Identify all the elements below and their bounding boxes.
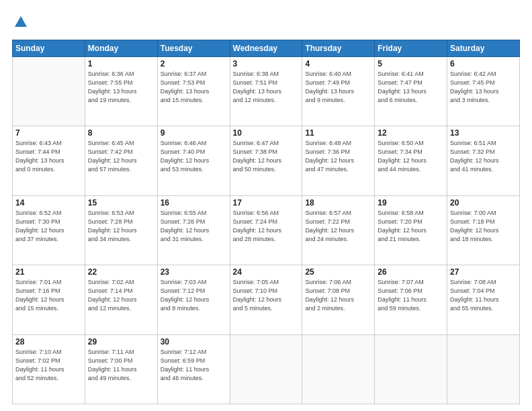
calendar-day-cell: 29Sunrise: 7:11 AM Sunset: 7:00 PM Dayli… <box>85 334 157 404</box>
calendar-day-cell: 22Sunrise: 7:02 AM Sunset: 7:14 PM Dayli… <box>85 265 157 334</box>
day-info: Sunrise: 6:56 AM Sunset: 7:24 PM Dayligh… <box>233 209 300 244</box>
day-info: Sunrise: 6:40 AM Sunset: 7:49 PM Dayligh… <box>305 70 371 105</box>
logo-icon <box>13 15 28 30</box>
day-info: Sunrise: 6:48 AM Sunset: 7:36 PM Dayligh… <box>305 139 371 174</box>
calendar-day-cell: 3Sunrise: 6:38 AM Sunset: 7:51 PM Daylig… <box>230 56 302 126</box>
weekday-cell: Sunday <box>13 40 85 56</box>
day-info: Sunrise: 6:38 AM Sunset: 7:51 PM Dayligh… <box>233 70 300 105</box>
day-info: Sunrise: 6:37 AM Sunset: 7:53 PM Dayligh… <box>161 70 227 105</box>
day-number: 7 <box>15 128 82 138</box>
calendar-day-cell: 6Sunrise: 6:42 AM Sunset: 7:45 PM Daylig… <box>447 56 520 126</box>
calendar-day-cell: 26Sunrise: 7:07 AM Sunset: 7:06 PM Dayli… <box>375 265 447 334</box>
day-info: Sunrise: 6:46 AM Sunset: 7:40 PM Dayligh… <box>161 139 227 174</box>
day-number: 13 <box>450 128 517 138</box>
calendar-week-row: 7Sunrise: 6:43 AM Sunset: 7:44 PM Daylig… <box>13 126 520 195</box>
day-number: 26 <box>378 267 444 277</box>
calendar-day-cell: 30Sunrise: 7:12 AM Sunset: 6:59 PM Dayli… <box>157 334 230 404</box>
day-number: 25 <box>305 267 371 277</box>
page: SundayMondayTuesdayWednesdayThursdayFrid… <box>0 0 532 411</box>
day-number: 16 <box>161 198 227 208</box>
day-info: Sunrise: 7:06 AM Sunset: 7:08 PM Dayligh… <box>305 278 371 313</box>
day-info: Sunrise: 7:11 AM Sunset: 7:00 PM Dayligh… <box>88 348 154 383</box>
day-info: Sunrise: 6:42 AM Sunset: 7:45 PM Dayligh… <box>450 70 517 105</box>
day-info: Sunrise: 6:45 AM Sunset: 7:42 PM Dayligh… <box>88 139 154 174</box>
calendar-body: 1Sunrise: 6:36 AM Sunset: 7:55 PM Daylig… <box>13 56 520 404</box>
calendar-day-cell: 18Sunrise: 6:57 AM Sunset: 7:22 PM Dayli… <box>302 195 375 265</box>
calendar-day-cell: 25Sunrise: 7:06 AM Sunset: 7:08 PM Dayli… <box>302 265 375 334</box>
calendar-day-cell <box>447 334 520 404</box>
weekday-cell: Thursday <box>302 40 375 56</box>
calendar-day-cell: 10Sunrise: 6:47 AM Sunset: 7:38 PM Dayli… <box>230 126 302 195</box>
day-number: 10 <box>233 128 300 138</box>
day-number: 2 <box>161 59 227 68</box>
calendar-day-cell: 20Sunrise: 7:00 AM Sunset: 7:18 PM Dayli… <box>447 195 520 265</box>
calendar-week-row: 14Sunrise: 6:52 AM Sunset: 7:30 PM Dayli… <box>13 195 520 265</box>
day-info: Sunrise: 6:55 AM Sunset: 7:26 PM Dayligh… <box>161 209 227 244</box>
calendar-week-row: 28Sunrise: 7:10 AM Sunset: 7:02 PM Dayli… <box>13 334 520 404</box>
day-info: Sunrise: 6:51 AM Sunset: 7:32 PM Dayligh… <box>450 139 517 174</box>
day-number: 22 <box>88 267 154 277</box>
day-number: 23 <box>161 267 227 277</box>
calendar-day-cell: 23Sunrise: 7:03 AM Sunset: 7:12 PM Dayli… <box>157 265 230 334</box>
weekday-cell: Wednesday <box>230 40 302 56</box>
calendar-day-cell: 9Sunrise: 6:46 AM Sunset: 7:40 PM Daylig… <box>157 126 230 195</box>
weekday-cell: Monday <box>85 40 157 56</box>
day-info: Sunrise: 6:53 AM Sunset: 7:28 PM Dayligh… <box>88 209 154 244</box>
calendar-table: SundayMondayTuesdayWednesdayThursdayFrid… <box>12 40 520 404</box>
day-info: Sunrise: 7:05 AM Sunset: 7:10 PM Dayligh… <box>233 278 300 313</box>
day-info: Sunrise: 6:52 AM Sunset: 7:30 PM Dayligh… <box>15 209 82 244</box>
calendar-day-cell: 14Sunrise: 6:52 AM Sunset: 7:30 PM Dayli… <box>13 195 85 265</box>
day-info: Sunrise: 7:01 AM Sunset: 7:16 PM Dayligh… <box>15 278 82 313</box>
day-number: 21 <box>15 267 82 277</box>
day-info: Sunrise: 7:07 AM Sunset: 7:06 PM Dayligh… <box>378 278 444 313</box>
weekday-cell: Tuesday <box>157 40 230 56</box>
day-number: 11 <box>305 128 371 138</box>
day-info: Sunrise: 6:58 AM Sunset: 7:20 PM Dayligh… <box>378 209 444 244</box>
day-info: Sunrise: 7:10 AM Sunset: 7:02 PM Dayligh… <box>15 348 82 383</box>
day-info: Sunrise: 6:57 AM Sunset: 7:22 PM Dayligh… <box>305 209 371 244</box>
calendar-day-cell: 16Sunrise: 6:55 AM Sunset: 7:26 PM Dayli… <box>157 195 230 265</box>
calendar-day-cell: 1Sunrise: 6:36 AM Sunset: 7:55 PM Daylig… <box>85 56 157 126</box>
day-number: 6 <box>450 59 517 68</box>
day-number: 12 <box>378 128 444 138</box>
header-area <box>12 12 520 33</box>
calendar-day-cell: 12Sunrise: 6:50 AM Sunset: 7:34 PM Dayli… <box>375 126 447 195</box>
day-info: Sunrise: 6:43 AM Sunset: 7:44 PM Dayligh… <box>15 139 82 174</box>
calendar-day-cell <box>230 334 302 404</box>
logo <box>12 15 28 33</box>
day-number: 18 <box>305 198 371 208</box>
day-info: Sunrise: 6:50 AM Sunset: 7:34 PM Dayligh… <box>378 139 444 174</box>
calendar-week-row: 21Sunrise: 7:01 AM Sunset: 7:16 PM Dayli… <box>13 265 520 334</box>
calendar-day-cell: 2Sunrise: 6:37 AM Sunset: 7:53 PM Daylig… <box>157 56 230 126</box>
calendar-day-cell: 15Sunrise: 6:53 AM Sunset: 7:28 PM Dayli… <box>85 195 157 265</box>
day-info: Sunrise: 7:00 AM Sunset: 7:18 PM Dayligh… <box>450 209 517 244</box>
calendar-day-cell: 7Sunrise: 6:43 AM Sunset: 7:44 PM Daylig… <box>13 126 85 195</box>
calendar-day-cell <box>375 334 447 404</box>
day-number: 20 <box>450 198 517 208</box>
calendar-day-cell: 24Sunrise: 7:05 AM Sunset: 7:10 PM Dayli… <box>230 265 302 334</box>
day-number: 5 <box>378 59 444 68</box>
day-number: 3 <box>233 59 300 68</box>
weekday-cell: Saturday <box>447 40 520 56</box>
day-number: 28 <box>15 337 82 347</box>
day-info: Sunrise: 7:12 AM Sunset: 6:59 PM Dayligh… <box>161 348 227 383</box>
day-number: 15 <box>88 198 154 208</box>
calendar-week-row: 1Sunrise: 6:36 AM Sunset: 7:55 PM Daylig… <box>13 56 520 126</box>
calendar-day-cell: 28Sunrise: 7:10 AM Sunset: 7:02 PM Dayli… <box>13 334 85 404</box>
weekday-cell: Friday <box>375 40 447 56</box>
day-number: 30 <box>161 337 227 347</box>
calendar-day-cell <box>13 56 85 126</box>
calendar-day-cell: 13Sunrise: 6:51 AM Sunset: 7:32 PM Dayli… <box>447 126 520 195</box>
calendar-day-cell: 19Sunrise: 6:58 AM Sunset: 7:20 PM Dayli… <box>375 195 447 265</box>
calendar-day-cell <box>302 334 375 404</box>
day-number: 17 <box>233 198 300 208</box>
day-number: 19 <box>378 198 444 208</box>
calendar-day-cell: 4Sunrise: 6:40 AM Sunset: 7:49 PM Daylig… <box>302 56 375 126</box>
day-number: 9 <box>161 128 227 138</box>
calendar-day-cell: 17Sunrise: 6:56 AM Sunset: 7:24 PM Dayli… <box>230 195 302 265</box>
calendar-day-cell: 5Sunrise: 6:41 AM Sunset: 7:47 PM Daylig… <box>375 56 447 126</box>
day-number: 14 <box>15 198 82 208</box>
calendar-day-cell: 21Sunrise: 7:01 AM Sunset: 7:16 PM Dayli… <box>13 265 85 334</box>
day-number: 8 <box>88 128 154 138</box>
day-number: 1 <box>88 59 154 68</box>
